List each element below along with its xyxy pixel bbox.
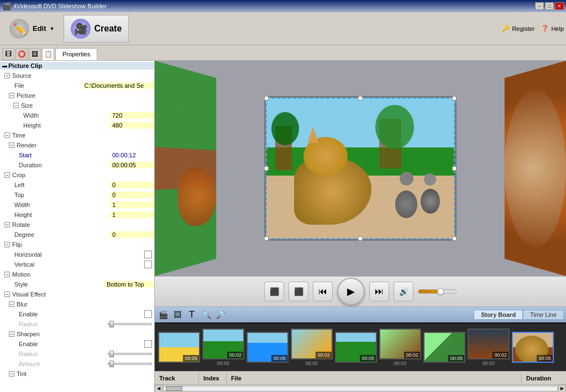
edit-dropdown-icon: ▼ bbox=[50, 26, 55, 31]
main-layout: ▬ Picture Clip − Source File C:\Document… bbox=[0, 61, 566, 392]
picture-toggle[interactable]: − bbox=[9, 93, 14, 98]
crop-height-row: Height 1 bbox=[0, 210, 154, 220]
edit-menu-button[interactable]: ✏️ Edit ▼ bbox=[2, 15, 61, 43]
titlebar: 🎬 4Videosoft DVD Slideshow Builder − □ ✕ bbox=[0, 0, 566, 12]
sharpen-radius-slider[interactable] bbox=[108, 353, 152, 355]
crop-width-value[interactable]: 1 bbox=[110, 202, 154, 208]
rewind-button[interactable]: ⏮ bbox=[313, 282, 333, 301]
sharpen-amount-slider[interactable] bbox=[108, 363, 152, 365]
minimize-button[interactable]: − bbox=[535, 2, 544, 10]
play-button[interactable]: ▶ bbox=[337, 278, 365, 305]
crop-height-value[interactable]: 1 bbox=[110, 211, 154, 218]
duration-row: Duration 00:00:05 bbox=[0, 160, 154, 170]
width-value[interactable]: 720 bbox=[110, 112, 154, 119]
header-right: 🔑 Register ❓ Help bbox=[502, 25, 564, 32]
visual-effect-row: − Visual Effect bbox=[0, 289, 154, 299]
crop-width-row: Width 1 bbox=[0, 200, 154, 210]
maximize-button[interactable]: □ bbox=[545, 2, 554, 10]
titlebar-controls: − □ ✕ bbox=[535, 2, 564, 10]
rotate-toggle[interactable]: − bbox=[4, 222, 10, 227]
size-toggle[interactable]: − bbox=[13, 103, 19, 108]
crop-toggle[interactable]: − bbox=[4, 172, 10, 178]
frame-forward-button[interactable]: ⬛ bbox=[289, 282, 308, 301]
duration-value[interactable]: 00:00:05 bbox=[110, 162, 154, 168]
scroll-left-button[interactable]: ◀ bbox=[155, 385, 163, 393]
volume-slider[interactable] bbox=[418, 289, 457, 294]
create-icon: 🎥 bbox=[71, 19, 91, 39]
storyboard-item-7[interactable]: 00:05 bbox=[423, 332, 465, 363]
frame-back-button[interactable]: ⬛ bbox=[264, 282, 284, 301]
file-label: File bbox=[227, 373, 522, 384]
storyboard-item-8[interactable]: 00:02 00:02 bbox=[468, 329, 510, 366]
storyboard-item-6[interactable]: 00:02 00:02 bbox=[379, 329, 421, 366]
close-button[interactable]: ✕ bbox=[555, 2, 564, 10]
storyboard-item-3[interactable]: 00:05 bbox=[247, 332, 289, 363]
visual-effect-toggle[interactable]: − bbox=[4, 292, 10, 297]
register-button[interactable]: 🔑 Register bbox=[502, 25, 534, 32]
tab-icon-4[interactable]: 📋 bbox=[42, 48, 54, 60]
blur-radius-slider[interactable] bbox=[108, 323, 152, 325]
picture-row: − Picture bbox=[0, 91, 154, 100]
right-panel: ⬛ ⬛ ⏮ ▶ ⏭ 🔊 🎬 🖼 T 🔍 🔎 Story Board Time L… bbox=[155, 61, 566, 392]
blur-enable-row: Enable bbox=[0, 309, 154, 319]
storyboard-item-4[interactable]: 00:02 00:02 bbox=[291, 329, 333, 366]
blur-enable-checkbox[interactable] bbox=[144, 310, 152, 318]
storyboard-item-1[interactable]: 00:05 bbox=[158, 332, 200, 363]
help-button[interactable]: ❓ Help bbox=[541, 25, 564, 32]
storyboard-item-9[interactable]: 00:05 bbox=[512, 332, 554, 363]
source-toggle[interactable]: − bbox=[4, 73, 10, 78]
render-toggle[interactable]: − bbox=[9, 142, 14, 148]
edit-label: Edit bbox=[33, 24, 46, 33]
storyboard-item-2[interactable]: 00:02 00:02 bbox=[202, 329, 244, 366]
crop-top-value[interactable]: 0 bbox=[110, 192, 154, 198]
horizontal-checkbox[interactable] bbox=[144, 251, 152, 258]
scroll-right-button[interactable]: ▶ bbox=[558, 385, 566, 393]
sharpen-amount-row: Amount bbox=[0, 359, 154, 369]
vertical-row: Vertical bbox=[0, 259, 154, 269]
sharpen-toggle[interactable]: − bbox=[9, 331, 14, 337]
properties-tab[interactable]: Properties bbox=[55, 48, 97, 60]
width-row: Width 720 bbox=[0, 110, 154, 120]
motion-toggle[interactable]: − bbox=[4, 272, 10, 277]
timeline-tab[interactable]: Time Line bbox=[523, 310, 564, 320]
image-tool-button[interactable]: 🖼 bbox=[171, 309, 184, 321]
flip-toggle[interactable]: − bbox=[4, 242, 10, 247]
trackbar: Track Index File Duration bbox=[155, 371, 566, 384]
crop-left-value[interactable]: 0 bbox=[110, 182, 154, 188]
style-value[interactable]: Bottom to Top bbox=[104, 281, 154, 288]
time-toggle[interactable]: − bbox=[4, 133, 10, 138]
zoom-in-button[interactable]: 🔍 bbox=[200, 309, 212, 321]
volume-button[interactable]: 🔊 bbox=[394, 282, 413, 301]
properties-panel: ▬ Picture Clip − Source File C:\Document… bbox=[0, 61, 154, 392]
zoom-out-button[interactable]: 🔎 bbox=[214, 309, 227, 321]
blur-toggle[interactable]: − bbox=[9, 301, 14, 307]
picture-clip-toggle[interactable]: ▬ bbox=[2, 63, 7, 68]
sharpen-enable-checkbox[interactable] bbox=[144, 340, 152, 348]
start-row: Start 00:00:12 bbox=[0, 150, 154, 160]
tab-icon-3[interactable]: 🖼 bbox=[29, 48, 41, 60]
degree-value[interactable]: 0 bbox=[110, 231, 154, 238]
scroll-thumb[interactable] bbox=[166, 386, 182, 391]
tint-toggle[interactable]: − bbox=[9, 371, 14, 377]
left-panel: ▬ Picture Clip − Source File C:\Document… bbox=[0, 61, 155, 392]
text-tool-button[interactable]: T bbox=[186, 309, 198, 321]
blur-row: − Blur bbox=[0, 299, 154, 309]
file-value[interactable]: C:\Documents and Se bbox=[83, 82, 155, 89]
film-tool-button[interactable]: 🎬 bbox=[157, 309, 169, 321]
menubar: ✏️ Edit ▼ 🎥 Create 🔑 Register ❓ Help bbox=[0, 12, 566, 45]
start-value[interactable]: 00:00:12 bbox=[110, 152, 154, 158]
motion-row: − Motion bbox=[0, 269, 154, 279]
rotate-row: − Rotate bbox=[0, 220, 154, 230]
storyboard-tab[interactable]: Story Board bbox=[474, 310, 523, 320]
help-icon: ❓ bbox=[541, 25, 549, 32]
horizontal-scrollbar[interactable]: ◀ ▶ bbox=[155, 384, 566, 392]
height-value[interactable]: 480 bbox=[110, 122, 154, 129]
fastforward-button[interactable]: ⏭ bbox=[369, 282, 389, 301]
storyboard-item-5[interactable]: 00:05 bbox=[335, 332, 377, 363]
create-menu-button[interactable]: 🎥 Create bbox=[64, 15, 129, 43]
height-row: Height 480 bbox=[0, 120, 154, 130]
vertical-checkbox[interactable] bbox=[144, 261, 152, 268]
crop-top-row: Top 0 bbox=[0, 190, 154, 200]
tab-icon-2[interactable]: ⭕ bbox=[15, 48, 28, 60]
tab-icon-1[interactable]: 🎞 bbox=[2, 48, 14, 60]
